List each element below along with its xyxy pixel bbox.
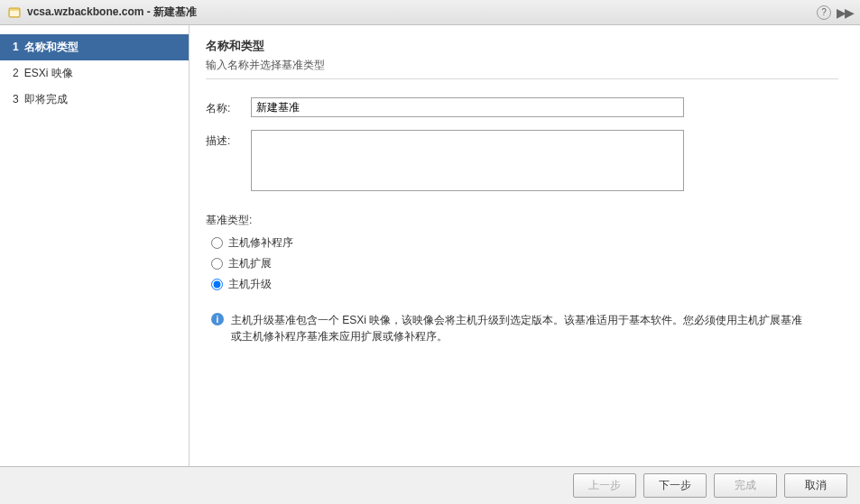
- radio-label: 主机扩展: [228, 256, 272, 271]
- titlebar: vcsa.wzbackbone.com - 新建基准 ? ▶▶: [0, 0, 860, 25]
- window-icon: [7, 5, 22, 20]
- desc-row: 描述:: [206, 130, 838, 191]
- page-subtitle: 输入名称并选择基准类型: [206, 58, 838, 73]
- radio-host-patch[interactable]: 主机修补程序: [211, 235, 838, 251]
- radio-host-upgrade[interactable]: 主机升级: [211, 277, 838, 292]
- step-name-type[interactable]: 1名称和类型: [0, 34, 189, 60]
- radio-label: 主机修补程序: [228, 235, 293, 251]
- next-button[interactable]: 下一步: [643, 473, 707, 498]
- finish-button[interactable]: 完成: [714, 473, 777, 498]
- radio-input-upgrade[interactable]: [211, 279, 223, 290]
- radio-label: 主机升级: [228, 277, 272, 292]
- step-label: ESXi 映像: [24, 67, 73, 79]
- step-num: 1: [13, 41, 19, 53]
- wizard-content: 名称和类型 输入名称并选择基准类型 名称: 描述: 基准类型: 主机修补程序 主…: [190, 25, 860, 466]
- step-num: 3: [13, 93, 19, 105]
- desc-label: 描述:: [206, 130, 251, 191]
- main: 1名称和类型 2ESXi 映像 3即将完成 名称和类型 输入名称并选择基准类型 …: [0, 25, 860, 466]
- step-ready[interactable]: 3即将完成: [0, 87, 189, 113]
- radio-input-patch[interactable]: [211, 237, 223, 249]
- titlebar-controls: ? ▶▶: [817, 5, 853, 20]
- desc-input[interactable]: [251, 130, 684, 191]
- type-label: 基准类型:: [206, 213, 838, 228]
- radio-host-extension[interactable]: 主机扩展: [211, 256, 838, 271]
- svg-rect-1: [10, 11, 19, 16]
- name-input[interactable]: [251, 97, 684, 117]
- expand-icon[interactable]: ▶▶: [837, 5, 853, 20]
- radio-input-extension[interactable]: [211, 258, 223, 270]
- step-label: 即将完成: [24, 93, 68, 105]
- name-row: 名称:: [206, 97, 838, 117]
- info-box: i 主机升级基准包含一个 ESXi 映像，该映像会将主机升级到选定版本。该基准适…: [211, 312, 807, 344]
- radio-group: 主机修补程序 主机扩展 主机升级: [211, 235, 838, 292]
- step-num: 2: [13, 67, 19, 79]
- type-section: 基准类型: 主机修补程序 主机扩展 主机升级 i 主机升级基准包含一个 ESXi…: [206, 213, 838, 344]
- wizard-sidebar: 1名称和类型 2ESXi 映像 3即将完成: [0, 25, 190, 466]
- wizard-footer: 上一步 下一步 完成 取消: [0, 466, 860, 504]
- cancel-button[interactable]: 取消: [784, 473, 847, 498]
- page-title: 名称和类型: [206, 38, 838, 54]
- name-label: 名称:: [206, 97, 251, 117]
- step-label: 名称和类型: [24, 41, 79, 53]
- titlebar-sep: -: [143, 5, 153, 18]
- info-icon: i: [211, 313, 224, 325]
- divider: [206, 78, 838, 79]
- step-esxi-image[interactable]: 2ESXi 映像: [0, 60, 189, 87]
- titlebar-host: vcsa.wzbackbone.com: [27, 5, 143, 18]
- info-text: 主机升级基准包含一个 ESXi 映像，该映像会将主机升级到选定版本。该基准适用于…: [231, 312, 807, 344]
- titlebar-text: vcsa.wzbackbone.com - 新建基准: [27, 5, 817, 20]
- help-icon[interactable]: ?: [817, 5, 831, 20]
- titlebar-title: 新建基准: [153, 5, 197, 18]
- back-button[interactable]: 上一步: [573, 473, 636, 498]
